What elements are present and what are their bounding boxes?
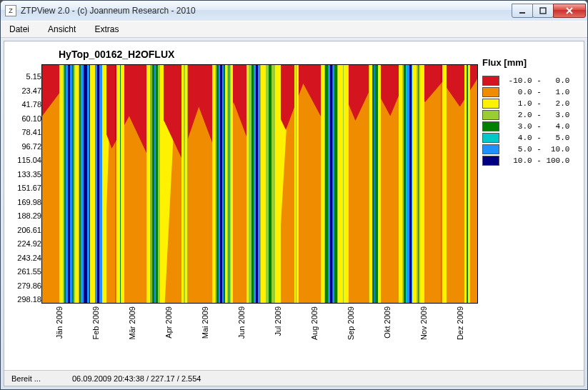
legend-label: 10.0 - 100.0 [504,156,569,165]
legend-swatch [482,144,499,154]
legend-swatch [482,87,499,97]
gridline [79,65,79,303]
legend-swatch [482,110,499,120]
chart-title: HyTop_00162_H2OFLUX [41,47,478,64]
legend-label: 4.0 - 5.0 [504,134,569,142]
status-info: 06.09.2009 20:43:38 / 227.17 / 2.554 [72,374,201,383]
y-tick: 41.78 [21,98,41,112]
y-tick: 224.92 [17,237,41,251]
legend-row: -10.0 - 0.0 [482,75,575,86]
legend-swatch [482,99,499,109]
legend-row: 5.0 - 10.0 [482,144,575,155]
menu-datei[interactable]: Datei [5,23,34,36]
x-tick: Okt 2009 [383,306,392,339]
gridline [296,65,297,303]
x-tick: Aug 2009 [310,306,319,340]
x-tick: Jun 2009 [237,306,246,339]
content-area: 5.1523.4741.7860.1078.4196.72115.04133.3… [4,41,584,386]
chart-heatmap[interactable] [41,64,478,304]
maximize-button[interactable] [532,4,554,18]
legend-label: 1.0 - 2.0 [504,99,569,108]
legend-row: 4.0 - 5.0 [482,132,575,144]
y-tick: 169.98 [17,196,41,210]
legend-label: 5.0 - 10.0 [504,145,569,154]
y-tick: 60.10 [21,112,41,126]
x-tick: Feb 2009 [91,306,100,339]
app-window: Z ZTPView 2.0 - (c) Joanneum Research - … [0,0,588,390]
x-tick: Jän 2009 [55,306,64,339]
legend-row: 10.0 - 100.0 [482,155,575,166]
minimize-button[interactable] [512,4,533,18]
y-tick: 243.24 [17,251,41,266]
gridline [260,65,261,303]
legend-swatch [482,133,499,143]
legend-label: 0.0 - 1.0 [504,88,569,96]
menu-extras[interactable]: Extras [90,23,123,36]
close-button[interactable] [553,4,586,18]
menubar: Datei Ansicht Extras [1,21,587,38]
legend-title: Flux [mm] [482,57,575,68]
legend-label: -10.0 - 0.0 [504,76,569,85]
legend: Flux [mm] -10.0 - 0.0 0.0 - 1.0 1.0 - 2.… [478,47,579,166]
y-tick: 115.04 [17,154,41,168]
titlebar[interactable]: Z ZTPView 2.0 - (c) Joanneum Research - … [1,1,587,21]
y-tick: 133.35 [17,168,41,182]
x-tick: Sep 2009 [347,306,355,340]
legend-label: 3.0 - 4.0 [504,122,569,131]
x-tick: Nov 2009 [419,306,428,340]
gridline [369,65,369,303]
x-tick: Mai 2009 [201,306,209,339]
window-title: ZTPView 2.0 - (c) Joanneum Research - 20… [21,6,512,16]
plot-wrap: 5.1523.4741.7860.1078.4196.72115.04133.3… [4,41,584,370]
y-tick: 151.67 [17,181,41,196]
y-tick: 188.29 [17,209,41,224]
statusbar: Bereit ... 06.09.2009 20:43:38 / 227.17 … [4,370,584,386]
status-ready: Bereit ... [11,374,41,383]
y-tick: 96.72 [21,140,41,154]
y-tick: 298.18 [17,293,41,307]
x-tick: Apr 2009 [164,306,173,339]
legend-swatch [482,76,499,86]
legend-row: 1.0 - 2.0 [482,98,575,109]
gridline [224,65,224,303]
y-tick: 261.55 [17,265,41,279]
legend-swatch [482,156,499,166]
legend-row: 2.0 - 3.0 [482,109,575,121]
legend-swatch [482,121,499,131]
legend-label: 2.0 - 3.0 [504,111,569,119]
gridline [115,65,116,303]
y-tick: 23.47 [21,84,41,99]
legend-row: 3.0 - 4.0 [482,121,575,132]
window-buttons [512,4,586,18]
y-tick: 78.41 [21,126,41,140]
chart-column: HyTop_00162_H2OFLUX Jän 2009Feb 2009Mär … [41,47,478,346]
x-tick: Mär 2009 [128,306,136,339]
gridline [405,65,406,303]
y-tick: 279.86 [17,279,41,294]
y-tick: 5.15 [26,70,41,84]
legend-row: 0.0 - 1.0 [482,86,575,98]
x-axis: Jän 2009Feb 2009Mär 2009Apr 2009Mai 2009… [41,304,478,346]
svg-rect-1 [540,8,546,14]
x-tick: Dez 2009 [456,306,464,340]
app-icon: Z [5,5,16,16]
menu-ansicht[interactable]: Ansicht [44,23,80,36]
gridline [151,65,151,303]
gridline [441,65,442,303]
y-tick: 206.61 [17,224,41,238]
gridline [332,65,333,303]
x-tick: Jul 2009 [274,306,282,336]
y-axis: 5.1523.4741.7860.1078.4196.72115.04133.3… [9,47,41,307]
gridline [187,65,188,303]
